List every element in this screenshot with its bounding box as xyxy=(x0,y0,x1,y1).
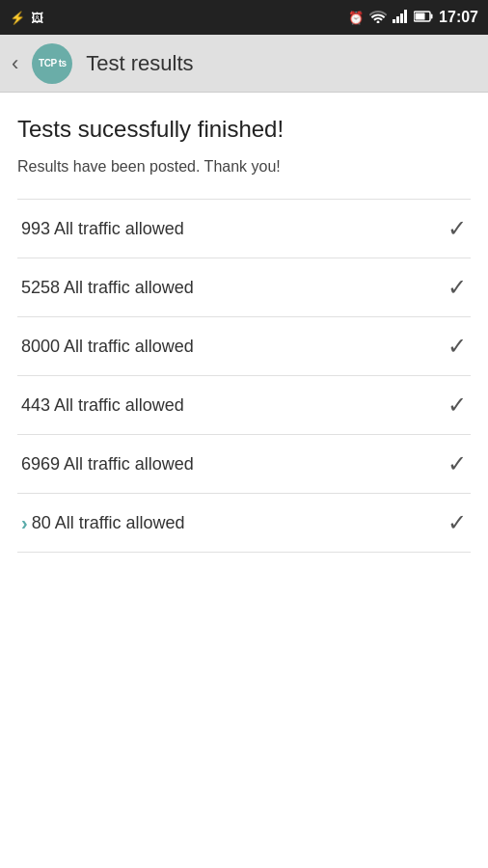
result-item: 8000 All traffic allowed xyxy=(17,317,471,376)
result-item: 6969 All traffic allowed xyxy=(17,435,471,494)
svg-rect-1 xyxy=(396,16,399,23)
check-icon xyxy=(447,450,467,477)
result-item: ›80 All traffic allowed xyxy=(17,494,471,553)
page-subtitle: Results have been posted. Thank you! xyxy=(17,158,471,176)
alarm-icon: ⏰ xyxy=(348,11,364,25)
chevron-right-icon: › xyxy=(21,512,28,534)
svg-rect-2 xyxy=(400,14,403,23)
result-item: 5258 All traffic allowed xyxy=(17,258,471,317)
usb-icon: ⚡ xyxy=(10,11,25,25)
toolbar-title: Test results xyxy=(86,51,193,76)
check-icon xyxy=(447,215,467,242)
svg-rect-3 xyxy=(404,10,407,23)
result-text: 6969 All traffic allowed xyxy=(21,454,194,475)
check-icon xyxy=(447,333,467,360)
result-text: 443 All traffic allowed xyxy=(21,395,184,416)
check-icon xyxy=(447,509,467,536)
app-logo: TCP ts xyxy=(32,43,72,84)
result-text: 8000 All traffic allowed xyxy=(21,337,194,357)
result-text: 80 All traffic allowed xyxy=(32,513,185,533)
svg-rect-6 xyxy=(416,13,425,19)
battery-icon xyxy=(414,11,433,25)
back-button[interactable]: ‹ xyxy=(12,51,18,76)
result-text: 5258 All traffic allowed xyxy=(21,278,194,298)
content: Tests sucessfully finished! Results have… xyxy=(0,93,488,553)
svg-rect-5 xyxy=(431,14,433,18)
page-heading: Tests sucessfully finished! xyxy=(17,116,471,143)
signal-icon xyxy=(393,10,408,26)
time-display: 17:07 xyxy=(439,9,478,26)
image-icon: 🖼 xyxy=(31,11,43,25)
status-bar-left: ⚡ 🖼 xyxy=(10,11,43,25)
result-item: 993 All traffic allowed xyxy=(17,199,471,258)
wifi-icon xyxy=(369,10,387,26)
status-bar: ⚡ 🖼 ⏰ xyxy=(0,0,488,35)
svg-rect-0 xyxy=(393,19,395,23)
result-list: 993 All traffic allowed5258 All traffic … xyxy=(17,199,471,553)
status-bar-right: ⏰ 17:07 xyxy=(348,9,478,26)
toolbar: ‹ TCP ts Test results xyxy=(0,35,488,93)
check-icon xyxy=(447,274,467,301)
result-item: 443 All traffic allowed xyxy=(17,376,471,435)
check-icon xyxy=(447,392,467,419)
result-text: 993 All traffic allowed xyxy=(21,219,184,239)
